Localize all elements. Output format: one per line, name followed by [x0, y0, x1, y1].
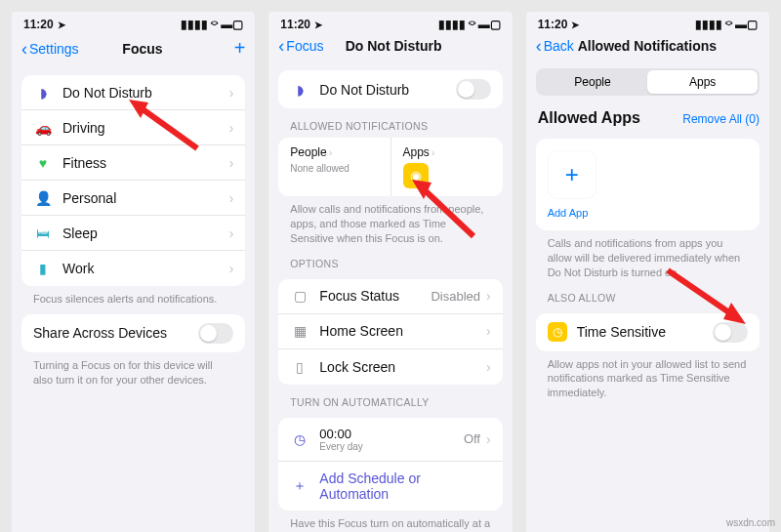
dnd-toggle-row[interactable]: ◗ Do Not Disturb — [278, 70, 502, 108]
moon-icon: ◗ — [33, 85, 53, 101]
share-toggle[interactable] — [198, 323, 233, 344]
auto-group: ◷ 00:00 Every day Off › ＋ Add Schedule o… — [278, 418, 502, 511]
chevron-right-icon: › — [229, 85, 234, 101]
wifi-icon: ⌔ — [469, 18, 475, 31]
section-header: ALSO ALLOW — [536, 280, 760, 306]
status-indicators: ▮▮▮▮ ⌔ ▬▢ — [438, 18, 501, 31]
chevron-right-icon: › — [432, 146, 435, 158]
status-bar: 11:20 ➤ ▮▮▮▮ ⌔ ▬▢ — [526, 12, 769, 33]
time-sensitive-row[interactable]: ◷ Time Sensitive — [536, 313, 760, 351]
nav-bar: ‹ Back Allowed Notifications — [526, 33, 769, 62]
chevron-right-icon: › — [229, 190, 234, 206]
seg-apps[interactable]: Apps — [647, 70, 758, 94]
auto-footer: Have this Focus turn on automatically at… — [278, 511, 502, 532]
allowed-split: People› None allowed Apps› ◉ — [278, 138, 502, 196]
person-icon: 👤 — [33, 190, 53, 206]
row-label: Share Across Devices — [33, 325, 198, 341]
focus-item-driving[interactable]: 🚗 Driving › — [21, 110, 245, 145]
signal-icon: ▮▮▮▮ — [695, 18, 722, 31]
focus-status-row[interactable]: ▢ Focus Status Disabled › — [278, 279, 502, 314]
seg-people[interactable]: People — [538, 70, 648, 94]
chevron-right-icon: › — [229, 120, 234, 136]
clock-icon: ◷ — [290, 431, 309, 447]
ts-footer: Allow apps not in your allowed list to s… — [536, 351, 760, 401]
signal-icon: ▮▮▮▮ — [181, 18, 208, 31]
dnd-toggle-group: ◗ Do Not Disturb — [278, 70, 502, 108]
time-sensitive-icon: ◷ — [548, 322, 567, 342]
item-label: Do Not Disturb — [62, 85, 229, 101]
remove-all-button[interactable]: Remove All (0) — [682, 112, 760, 126]
bed-icon: 🛏 — [33, 225, 53, 241]
battery-icon: ▬▢ — [478, 18, 501, 31]
wifi-icon: ⌔ — [725, 18, 732, 31]
apps-label: Apps — [403, 145, 430, 159]
signal-icon: ▮▮▮▮ — [438, 18, 466, 31]
lock-screen-row[interactable]: ▯ Lock Screen › — [278, 349, 502, 385]
plus-icon: ＋ — [290, 477, 309, 495]
section-header: ALLOWED NOTIFICATIONS — [278, 108, 502, 134]
share-group: Share Across Devices — [21, 314, 245, 352]
briefcase-icon: ▮ — [33, 261, 53, 276]
nav-bar: ‹ Settings Focus + — [12, 33, 255, 67]
also-allow-group: ◷ Time Sensitive — [536, 313, 760, 351]
back-label: Back — [544, 38, 574, 54]
list-footer: Focus silences alerts and notifications. — [21, 286, 245, 307]
people-sub: None allowed — [290, 163, 378, 174]
back-button[interactable]: ‹ Back — [536, 37, 574, 55]
nav-bar: ‹ Focus Do Not Disturb — [268, 33, 512, 62]
battery-icon: ▬▢ — [735, 18, 758, 31]
add-app-label: Add App — [548, 207, 748, 219]
share-across-devices-row[interactable]: Share Across Devices — [21, 314, 245, 352]
item-label: Sleep — [62, 225, 229, 241]
add-app-button[interactable]: + — [548, 150, 596, 199]
location-icon: ➤ — [314, 20, 322, 30]
screen-focus: 11:20 ➤ ▮▮▮▮ ⌔ ▬▢ ‹ Settings Focus + ◗ D… — [12, 12, 255, 532]
fitness-icon: ♥ — [33, 155, 53, 171]
chevron-left-icon: ‹ — [278, 37, 284, 55]
focus-item-work[interactable]: ▮ Work › — [21, 251, 245, 286]
focus-item-personal[interactable]: 👤 Personal › — [21, 181, 245, 216]
apps-grid: + Add App — [536, 139, 760, 230]
item-label: Fitness — [62, 155, 229, 171]
chevron-right-icon: › — [229, 261, 234, 276]
dnd-toggle[interactable] — [456, 79, 491, 100]
share-footer: Turning a Focus on for this device will … — [21, 352, 245, 388]
row-label: Focus Status — [319, 288, 431, 304]
focus-item-fitness[interactable]: ♥ Fitness › — [21, 145, 245, 181]
watermark: wsxdn.com — [726, 517, 775, 528]
allowed-people-button[interactable]: People› None allowed — [278, 138, 390, 196]
back-button[interactable]: ‹ Focus — [278, 37, 323, 55]
location-icon: ➤ — [58, 20, 65, 30]
focus-item-sleep[interactable]: 🛏 Sleep › — [21, 216, 245, 251]
section-header: OPTIONS — [278, 246, 502, 271]
page-title: Focus — [79, 41, 207, 57]
add-button[interactable]: + — [206, 37, 245, 60]
chevron-left-icon: ‹ — [536, 37, 542, 55]
schedule-row[interactable]: ◷ 00:00 Every day Off › — [278, 418, 502, 462]
options-group: ▢ Focus Status Disabled › ▦ Home Screen … — [278, 279, 502, 385]
section-header: TURN ON AUTOMATICALLY — [278, 385, 502, 410]
back-button[interactable]: ‹ Settings — [21, 40, 79, 58]
allowed-apps-button[interactable]: Apps› ◉ — [391, 138, 503, 196]
home-screen-row[interactable]: ▦ Home Screen › — [278, 314, 502, 349]
row-label: Do Not Disturb — [319, 82, 455, 98]
people-label: People — [290, 145, 326, 159]
time-sensitive-toggle[interactable] — [713, 322, 748, 343]
chevron-right-icon: › — [486, 359, 491, 375]
status-indicators: ▮▮▮▮ ⌔ ▬▢ — [695, 18, 758, 31]
row-label: Home Screen — [319, 323, 486, 339]
location-icon: ➤ — [571, 20, 579, 30]
back-label: Settings — [29, 41, 79, 57]
apps-footer: Calls and notifications from apps you al… — [536, 230, 760, 280]
page-title: Allowed Notifications — [574, 38, 720, 54]
status-time: 11:20 — [280, 18, 310, 31]
chevron-left-icon: ‹ — [21, 40, 27, 58]
chevron-right-icon: › — [486, 288, 491, 304]
status-bar: 11:20 ➤ ▮▮▮▮ ⌔ ▬▢ — [268, 12, 512, 33]
row-label: Add Schedule or Automation — [319, 471, 490, 502]
add-schedule-row[interactable]: ＋ Add Schedule or Automation — [278, 462, 502, 511]
row-label: Time Sensitive — [577, 324, 713, 340]
focus-item-dnd[interactable]: ◗ Do Not Disturb › — [21, 75, 245, 110]
segmented-control[interactable]: People Apps — [536, 68, 760, 96]
back-label: Focus — [286, 38, 323, 54]
